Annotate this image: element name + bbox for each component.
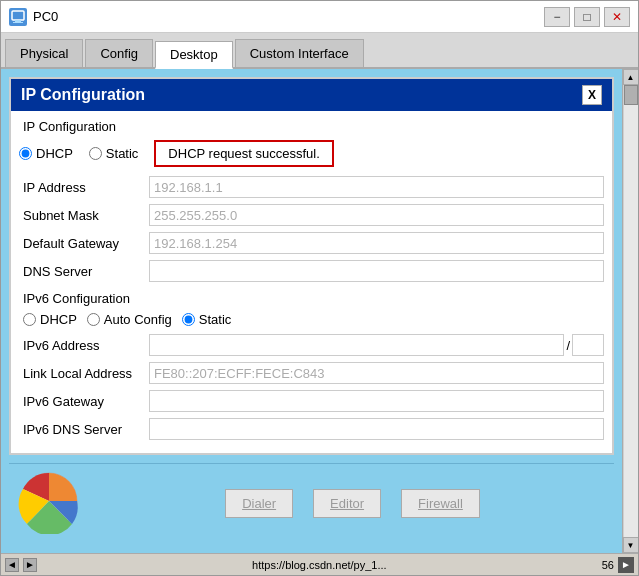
ip-address-input[interactable] [149,176,604,198]
ip-mode-radio-group: DHCP Static [19,146,138,161]
ipv6-gateway-row: IPv6 Gateway [19,389,604,413]
content-area: IP Configuration X IP Configuration DHCP [1,69,638,553]
status-left: ◄ ► [5,558,37,572]
bottom-app-bar: Dialer Editor Firewall [9,463,614,543]
default-gateway-label: Default Gateway [19,236,149,251]
ip-panel-title: IP Configuration [21,86,145,104]
main-window: PC0 − □ ✕ Physical Config Desktop Custom… [0,0,639,576]
subnet-mask-input[interactable] [149,204,604,226]
dhcp-label: DHCP [36,146,73,161]
tab-physical[interactable]: Physical [5,39,83,67]
scroll-thumb[interactable] [624,85,638,105]
ipv6-gateway-label: IPv6 Gateway [19,394,149,409]
ip-panel-header: IP Configuration X [11,79,612,111]
ipv6-static-radio-label[interactable]: Static [182,312,232,327]
ip-address-label: IP Address [19,180,149,195]
ipv6-autoconfig-label: Auto Config [104,312,172,327]
ipv6-section: IPv6 Configuration DHCP Auto Config [19,291,604,441]
maximize-button[interactable]: □ [574,7,600,27]
dhcp-message: DHCP request successful. [168,146,320,161]
status-right: 56 ► [602,557,634,573]
ipv6-dhcp-label: DHCP [40,312,77,327]
svg-rect-0 [12,11,24,20]
ipv6-prefix-input[interactable] [572,334,604,356]
ipv6-autoconfig-radio-label[interactable]: Auto Config [87,312,172,327]
ip-address-row: IP Address [19,175,604,199]
subnet-mask-row: Subnet Mask [19,203,604,227]
svg-rect-1 [15,20,21,22]
dialer-button[interactable]: Dialer [225,489,293,518]
default-gateway-row: Default Gateway [19,231,604,255]
dns-server-label: DNS Server [19,264,149,279]
dhcp-radio[interactable] [19,147,32,160]
tab-config[interactable]: Config [85,39,153,67]
svg-rect-2 [13,22,23,23]
scroll-track[interactable] [624,85,638,537]
ipv6-autoconfig-radio[interactable] [87,313,100,326]
static-radio-label[interactable]: Static [89,146,139,161]
dhcp-static-row: DHCP Static DHCP request successful. [19,140,604,167]
link-local-label: Link Local Address [19,366,149,381]
ip-panel-close-button[interactable]: X [582,85,602,105]
pie-chart-icon [17,469,87,539]
page-next-button[interactable]: ► [618,557,634,573]
scroll-right-button[interactable]: ► [23,558,37,572]
dns-server-row: DNS Server [19,259,604,283]
ipv6-dns-label: IPv6 DNS Server [19,422,149,437]
ipv6-dhcp-radio[interactable] [23,313,36,326]
scroll-down-button[interactable]: ▼ [623,537,639,553]
ipv6-mode-radio-group: DHCP Auto Config Static [19,312,604,327]
page-number: 56 [602,559,614,571]
link-local-input[interactable] [149,362,604,384]
status-bar: ◄ ► https://blog.csdn.net/py_1... 56 ► [1,553,638,575]
subnet-mask-label: Subnet Mask [19,208,149,223]
ipv6-address-label: IPv6 Address [19,338,149,353]
ipv6-section-label: IPv6 Configuration [19,291,604,306]
ipv6-dns-row: IPv6 DNS Server [19,417,604,441]
close-button[interactable]: ✕ [604,7,630,27]
title-bar: PC0 − □ ✕ [1,1,638,33]
firewall-button[interactable]: Firewall [401,489,480,518]
window-title: PC0 [33,9,544,24]
status-url: https://blog.csdn.net/py_1... [252,559,387,571]
static-radio[interactable] [89,147,102,160]
vertical-scrollbar[interactable]: ▲ ▼ [622,69,638,553]
scroll-left-button[interactable]: ◄ [5,558,19,572]
ipv6-static-label: Static [199,312,232,327]
tab-desktop[interactable]: Desktop [155,41,233,69]
default-gateway-input[interactable] [149,232,604,254]
slash-separator: / [564,338,572,353]
ipv6-address-row: IPv6 Address / [19,333,604,357]
dns-server-input[interactable] [149,260,604,282]
ip-config-panel: IP Configuration X IP Configuration DHCP [9,77,614,455]
tab-custom-interface[interactable]: Custom Interface [235,39,364,67]
ipv6-static-radio[interactable] [182,313,195,326]
dhcp-message-box: DHCP request successful. [154,140,334,167]
left-panel: IP Configuration X IP Configuration DHCP [1,69,622,553]
link-local-row: Link Local Address [19,361,604,385]
static-label: Static [106,146,139,161]
minimize-button[interactable]: − [544,7,570,27]
ipv6-dhcp-radio-label[interactable]: DHCP [23,312,77,327]
tab-bar: Physical Config Desktop Custom Interface [1,33,638,69]
ip-panel-body: IP Configuration DHCP Static [11,111,612,453]
scroll-up-button[interactable]: ▲ [623,69,639,85]
app-icon [9,8,27,26]
ip-section-label: IP Configuration [19,119,604,134]
ipv6-dns-input[interactable] [149,418,604,440]
ipv6-gateway-input[interactable] [149,390,604,412]
dhcp-radio-label[interactable]: DHCP [19,146,73,161]
editor-button[interactable]: Editor [313,489,381,518]
bottom-buttons: Dialer Editor Firewall [99,489,606,518]
ipv6-address-input[interactable] [149,334,564,356]
window-controls: − □ ✕ [544,7,630,27]
